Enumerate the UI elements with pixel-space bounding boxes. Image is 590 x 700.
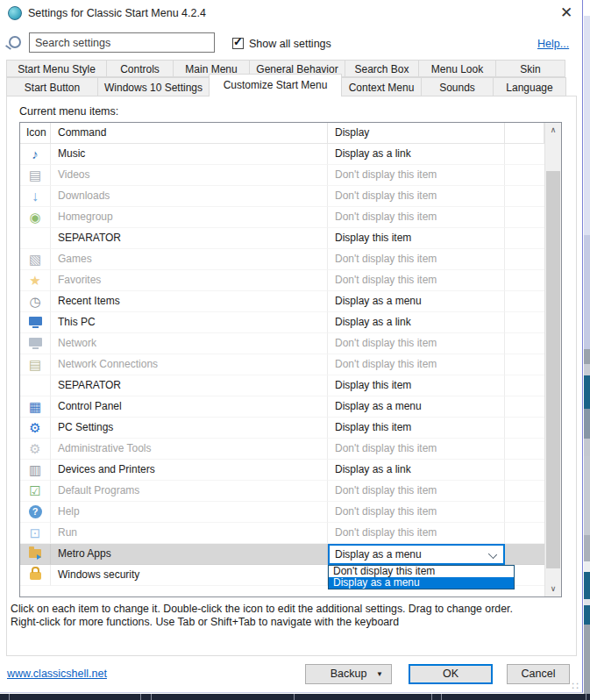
display-cell: Don't display this item <box>328 439 505 460</box>
show-all-settings-label: Show all settings <box>249 38 331 50</box>
checkmark-icon: ✓ <box>233 35 243 48</box>
settings-dialog: Settings for Classic Start Menu 4.2.4 ✕ … <box>0 0 583 693</box>
table-row-network-connections[interactable]: ▤Network ConnectionsDon't display this i… <box>20 354 561 375</box>
extra-cell <box>505 186 544 207</box>
cancel-button[interactable]: Cancel <box>507 664 570 684</box>
command-cell: Run <box>51 523 328 544</box>
search-input[interactable] <box>29 32 215 53</box>
background-window-segment <box>584 16 590 235</box>
table-row-homegroup[interactable]: ◉HomegroupDon't display this item <box>20 207 561 228</box>
combobox-value: Display as a menu <box>335 548 422 561</box>
column-header-command: Command <box>51 123 328 144</box>
table-row-separator[interactable]: SEPARATORDisplay this item <box>20 375 561 396</box>
table-row-pc-settings[interactable]: ⚙PC SettingsDisplay this item <box>20 418 561 439</box>
tab-start-menu-style[interactable]: Start Menu Style <box>6 60 107 77</box>
tab-controls[interactable]: Controls <box>106 60 174 77</box>
table-row-network[interactable]: NetworkDon't display this item <box>20 333 561 354</box>
help-link[interactable]: Help... <box>537 38 569 50</box>
command-cell: Network Connections <box>51 354 328 375</box>
display-cell: Don't display this item <box>328 270 505 291</box>
command-cell: Devices and Printers <box>51 460 328 481</box>
tab-start-button[interactable]: Start Button <box>6 77 98 96</box>
window-title: Settings for Classic Start Menu 4.2.4 <box>28 7 206 19</box>
videos-filmstrip-icon: ▤ <box>29 165 41 186</box>
games-icon: ▧ <box>29 249 41 270</box>
tab-sounds[interactable]: Sounds <box>421 77 494 96</box>
display-cell: Don't display this item <box>328 207 505 228</box>
table-row-devices-and-printers[interactable]: ▥Devices and PrintersDisplay as a link <box>20 460 561 481</box>
tab-skin[interactable]: Skin <box>495 60 565 77</box>
table-row-music[interactable]: ♪MusicDisplay as a link <box>20 144 561 165</box>
extra-cell <box>505 460 544 481</box>
chevron-down-icon <box>488 550 497 559</box>
devices-printers-icon: ▥ <box>29 460 41 481</box>
title-bar: Settings for Classic Start Menu 4.2.4 ✕ <box>0 0 582 26</box>
music-note-icon: ♪ <box>32 144 39 165</box>
display-cell: Don't display this item <box>328 502 505 523</box>
table-row-default-programs[interactable]: ☑Default ProgramsDon't display this item <box>20 481 561 502</box>
background-window-tick <box>294 694 295 700</box>
table-row-videos[interactable]: ▤VideosDon't display this item <box>20 165 561 186</box>
tab-windows-10-settings[interactable]: Windows 10 Settings <box>97 77 210 96</box>
command-cell: Administrative Tools <box>51 439 328 460</box>
table-row-recent-items[interactable]: ◷Recent ItemsDisplay as a menu <box>20 291 561 312</box>
homegroup-icon: ◉ <box>29 207 40 228</box>
backup-button-label: Backup <box>331 668 367 680</box>
extra-cell <box>505 165 544 186</box>
command-cell: Control Panel <box>51 396 328 418</box>
favorites-star-icon: ★ <box>29 270 40 291</box>
table-row-downloads[interactable]: ↓DownloadsDon't display this item <box>20 186 561 207</box>
background-window-segment <box>584 439 590 456</box>
resize-grip[interactable]: ∷ <box>572 680 579 692</box>
extra-cell <box>505 375 544 396</box>
extra-cell <box>505 291 544 312</box>
dropdown-option-don-t-display-this-item[interactable]: Don't display this item <box>329 566 514 577</box>
command-cell: SEPARATOR <box>51 228 328 249</box>
tab-menu-look[interactable]: Menu Look <box>418 60 496 77</box>
scroll-up-icon[interactable]: ∧ <box>545 123 561 138</box>
tab-language[interactable]: Language <box>493 77 566 96</box>
close-icon[interactable]: ✕ <box>556 3 577 24</box>
display-cell: Don't display this item <box>328 523 505 544</box>
scroll-down-icon[interactable]: ∨ <box>545 582 561 596</box>
background-window-segment <box>584 605 590 625</box>
background-window-segment <box>584 0 590 16</box>
run-icon: ⊡ <box>30 523 41 544</box>
dropdown-arrow-icon: ▼ <box>376 665 383 683</box>
command-cell: This PC <box>51 312 328 333</box>
table-row-this-pc[interactable]: This PCDisplay as a link <box>20 312 561 333</box>
display-mode-dropdown-list: Don't display this itemDisplay as a menu <box>328 565 515 589</box>
tab-search-box[interactable]: Search Box <box>345 60 419 77</box>
extra-cell <box>505 312 544 333</box>
column-header-icon: Icon <box>20 123 51 144</box>
dropdown-option-display-as-a-menu[interactable]: Display as a menu <box>329 577 514 589</box>
backup-button[interactable]: Backup ▼ <box>305 664 392 684</box>
display-cell: Display this item <box>328 228 505 249</box>
background-window-tick <box>151 694 152 700</box>
background-window-tick <box>586 694 586 700</box>
scrollbar-thumb[interactable] <box>546 171 560 568</box>
table-row-run[interactable]: ⊡RunDon't display this item <box>20 523 561 544</box>
control-panel-icon: ▦ <box>29 396 41 418</box>
display-cell: Display as a menu <box>328 291 505 312</box>
tab-context-menu[interactable]: Context Menu <box>341 77 422 96</box>
table-row-help[interactable]: ?HelpDon't display this item <box>20 502 561 523</box>
classicshell-website-link[interactable]: www.classicshell.net <box>7 668 107 680</box>
command-cell: SEPARATOR <box>51 375 328 396</box>
command-cell: Music <box>51 144 328 165</box>
command-cell: Default Programs <box>51 481 328 502</box>
ok-button[interactable]: OK <box>409 664 493 684</box>
table-scrollbar[interactable]: ∧ ∨ <box>544 123 561 596</box>
table-row-administrative-tools[interactable]: ⚙Administrative ToolsDon't display this … <box>20 439 561 460</box>
table-row-separator[interactable]: SEPARATORDisplay this item <box>20 228 561 249</box>
table-row-games[interactable]: ▧GamesDon't display this item <box>20 249 561 270</box>
show-all-settings-checkbox[interactable]: ✓ <box>232 38 244 49</box>
display-mode-combobox[interactable]: Display as a menu <box>328 544 505 565</box>
table-row-control-panel[interactable]: ▦Control PanelDisplay as a menu <box>20 396 561 418</box>
background-window-segment <box>584 364 590 375</box>
extra-cell <box>505 544 544 565</box>
tab-customize-start-menu[interactable]: Customize Start Menu <box>209 74 342 96</box>
table-row-favorites[interactable]: ★FavoritesDon't display this item <box>20 270 561 291</box>
display-cell: Display as a menu <box>328 396 505 418</box>
command-cell: Favorites <box>51 270 328 291</box>
